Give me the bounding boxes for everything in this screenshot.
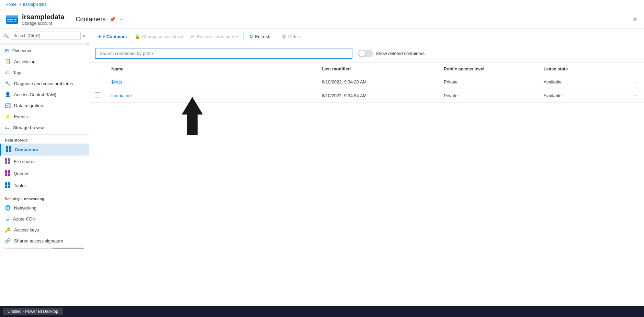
svg-rect-3: [10, 19, 13, 20]
show-deleted-toggle-area: Show deleted containers: [358, 50, 425, 57]
container-name-link[interactable]: $logs: [111, 79, 122, 84]
sidebar-item-shared-access[interactable]: 🔗 Shared access signature: [0, 235, 89, 246]
restore-containers-button[interactable]: ↩ Restore containers ▾: [187, 32, 241, 41]
lock-icon: 🔒: [135, 34, 140, 39]
sidebar-search-input[interactable]: [11, 32, 81, 40]
row-checkbox[interactable]: [95, 92, 100, 98]
overview-icon: ⊞: [5, 48, 9, 53]
col-header-name[interactable]: Name: [106, 63, 316, 75]
sidebar-item-access-keys[interactable]: 🔑 Access keys: [0, 224, 89, 235]
iam-icon: 👤: [5, 92, 11, 97]
delete-button[interactable]: 🗑 Delete: [278, 32, 305, 41]
change-access-button[interactable]: 🔒 Change access level: [131, 32, 187, 41]
arrow-annotation: [179, 97, 206, 139]
last-modified-value: 6/10/2022, 9:34:54 AM: [322, 93, 367, 98]
sidebar-item-label: Overview: [12, 48, 31, 53]
svg-rect-2: [7, 19, 10, 20]
sidebar-item-label: Data migration: [14, 103, 43, 108]
containers-icon: [6, 146, 11, 153]
sidebar-item-activity-log[interactable]: 📋 Activity log: [0, 56, 89, 67]
refresh-button[interactable]: ↻ Refresh: [246, 32, 274, 41]
resource-type: Storage account: [22, 21, 64, 26]
last-modified-value: 6/10/2022, 9:34:20 AM: [322, 79, 367, 84]
sidebar-item-diagnose[interactable]: 🔧 Diagnose and solve problems: [0, 78, 89, 89]
svg-rect-8: [6, 146, 8, 149]
svg-rect-23: [8, 185, 10, 188]
header-title-block: irsampledata Storage account: [22, 13, 64, 26]
section-title: Containers: [76, 16, 105, 23]
row-more-button[interactable]: ···: [630, 92, 639, 99]
sidebar-item-label: Networking: [14, 205, 36, 211]
search-magnifier-icon: 🔍: [3, 33, 9, 38]
pin-icon[interactable]: 📌: [110, 16, 115, 22]
add-container-button[interactable]: + + Container: [95, 32, 131, 41]
sidebar-item-label: Queues: [14, 171, 30, 176]
add-icon: +: [98, 34, 101, 39]
sidebar-item-label: File shares: [14, 159, 36, 164]
change-access-label: Change access level: [142, 34, 183, 39]
sidebar: 🔍 « ⊞ Overview 📋 Activity log 🏷 Tags 🔧 D…: [0, 29, 89, 306]
toolbar: + + Container 🔒 Change access level ↩ Re…: [89, 29, 644, 44]
col-header-lease-state: Lease state: [538, 63, 627, 75]
taskbar-item-power-bi[interactable]: Untitled - Power BI Desktop: [3, 308, 63, 315]
data-storage-section-label: Data storage: [0, 134, 89, 144]
sidebar-collapse-icon[interactable]: «: [83, 33, 86, 38]
sidebar-item-label: Containers: [15, 147, 38, 152]
svg-marker-24: [182, 97, 203, 135]
sidebar-item-access-control[interactable]: 👤 Access Control (IAM): [0, 89, 89, 100]
restore-icon: ↩: [191, 34, 195, 39]
svg-rect-17: [8, 170, 10, 173]
breadcrumb-current[interactable]: irsampledata: [23, 2, 47, 7]
container-name-link[interactable]: ircontainer: [111, 93, 132, 98]
row-more-button[interactable]: ···: [630, 78, 639, 86]
azure-cdn-icon: ☁: [5, 216, 10, 222]
sidebar-item-label: Tags: [13, 70, 22, 75]
refresh-label: Refresh: [255, 34, 271, 39]
data-migration-icon: 🔄: [5, 103, 11, 108]
more-options-icon[interactable]: ···: [118, 16, 123, 22]
svg-rect-16: [5, 170, 7, 173]
events-icon: ⚡: [5, 114, 11, 119]
sidebar-item-file-shares[interactable]: File shares: [0, 156, 89, 168]
close-icon[interactable]: ✕: [631, 15, 639, 24]
sidebar-item-queues[interactable]: Queues: [0, 168, 89, 180]
toolbar-separator: [243, 32, 244, 41]
sidebar-item-containers[interactable]: Containers: [0, 144, 89, 156]
sidebar-item-data-migration[interactable]: 🔄 Data migration: [0, 100, 89, 111]
sidebar-item-storage-browser[interactable]: 🗂 Storage browser: [0, 122, 89, 133]
taskbar: Untitled - Power BI Desktop: [0, 306, 644, 317]
svg-rect-5: [7, 21, 10, 22]
row-checkbox[interactable]: [95, 79, 100, 84]
lease-state-value: Available: [544, 93, 562, 98]
sidebar-item-azure-cdn[interactable]: ☁ Azure CDN: [0, 213, 89, 224]
search-bar-area: Show deleted containers: [89, 44, 644, 63]
sidebar-item-tags[interactable]: 🏷 Tags: [0, 67, 89, 78]
delete-label: Delete: [288, 34, 301, 39]
breadcrumb-separator: >: [19, 2, 21, 7]
shared-access-icon: 🔗: [5, 238, 11, 244]
show-deleted-label: Show deleted containers: [376, 51, 425, 56]
svg-rect-18: [5, 173, 7, 176]
svg-rect-22: [5, 185, 7, 188]
sidebar-item-overview[interactable]: ⊞ Overview: [0, 45, 89, 56]
col-header-public-access: Public access level: [438, 63, 538, 75]
col-header-last-modified: Last modified: [316, 63, 438, 75]
sidebar-item-events[interactable]: ⚡ Events: [0, 111, 89, 122]
sidebar-item-label: Shared access signature: [14, 238, 63, 244]
container-search-input[interactable]: [95, 48, 352, 59]
restore-label: Restore containers: [196, 34, 234, 39]
toolbar-separator-2: [276, 32, 276, 41]
show-deleted-toggle[interactable]: [358, 50, 373, 57]
storage-account-logo: [5, 13, 19, 26]
col-header-actions: [627, 63, 644, 75]
sidebar-item-tables[interactable]: Tables: [0, 180, 89, 192]
dropdown-arrow-icon: ▾: [236, 35, 238, 38]
svg-rect-21: [8, 182, 10, 185]
networking-icon: 🌐: [5, 205, 11, 211]
svg-rect-20: [5, 182, 7, 185]
table-row: $logs 6/10/2022, 9:34:20 AM Private Avai…: [89, 75, 644, 89]
tags-icon: 🏷: [5, 70, 10, 75]
breadcrumb-home[interactable]: Home: [5, 2, 16, 7]
security-section-label: Security + networking: [0, 193, 89, 202]
sidebar-item-networking[interactable]: 🌐 Networking: [0, 202, 89, 213]
